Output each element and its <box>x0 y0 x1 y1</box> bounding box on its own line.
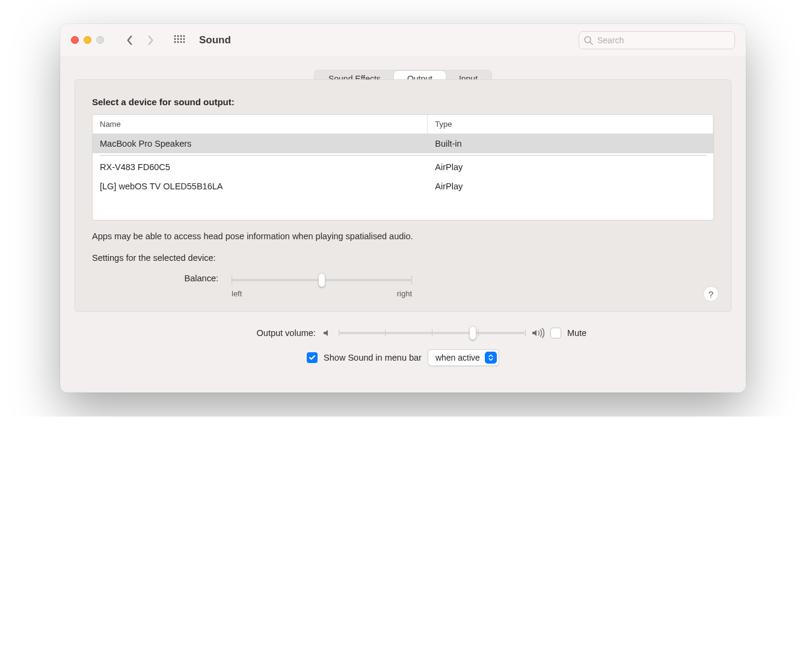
device-settings-label: Settings for the selected device: <box>92 253 714 263</box>
slider-thumb[interactable] <box>318 273 325 287</box>
output-volume-label: Output volume: <box>220 328 316 338</box>
svg-point-2 <box>180 35 182 37</box>
column-type[interactable]: Type <box>428 115 713 133</box>
help-button[interactable]: ? <box>703 286 719 302</box>
column-name[interactable]: Name <box>93 115 428 133</box>
window-controls <box>71 36 104 44</box>
nav-buttons <box>121 31 159 49</box>
search-field[interactable] <box>579 31 735 49</box>
spatial-audio-note: Apps may be able to access head pose inf… <box>92 231 714 241</box>
output-volume-row: Output volume: Mute <box>91 326 715 340</box>
device-row[interactable]: RX-V483 FD60C5 AirPlay <box>93 157 713 177</box>
mute-label: Mute <box>567 328 586 338</box>
svg-point-1 <box>177 35 179 37</box>
mute-checkbox[interactable] <box>550 328 561 338</box>
close-window-button[interactable] <box>71 36 79 44</box>
device-table-header: Name Type <box>93 115 713 134</box>
chevron-left-icon <box>126 35 134 46</box>
svg-point-3 <box>183 35 185 37</box>
device-table-body: MacBook Pro Speakers Built-in RX-V483 FD… <box>93 134 713 220</box>
device-type: AirPlay <box>428 177 713 196</box>
slider-tick <box>478 329 479 337</box>
balance-right-label: right <box>397 289 412 298</box>
volume-low-icon <box>322 328 333 338</box>
slider-tick <box>339 329 339 337</box>
slider-thumb[interactable] <box>469 326 476 340</box>
slider-tick <box>432 329 432 337</box>
back-button[interactable] <box>121 31 139 49</box>
chevron-right-icon <box>146 35 155 46</box>
svg-point-7 <box>183 38 185 40</box>
show-all-button[interactable] <box>170 31 188 49</box>
balance-legend: left right <box>232 289 412 298</box>
balance-left-label: left <box>232 289 242 298</box>
device-name: RX-V483 FD60C5 <box>93 157 428 177</box>
balance-row: Balance: left right <box>92 273 714 298</box>
pane-title: Sound <box>199 34 231 46</box>
grid-icon <box>174 35 185 46</box>
show-in-menu-label: Show Sound in menu bar <box>324 353 422 362</box>
svg-point-5 <box>177 38 179 40</box>
balance-label: Balance: <box>176 273 218 283</box>
footer: Output volume: Mute <box>75 312 731 366</box>
divider <box>100 155 706 156</box>
device-row[interactable]: [LG] webOS TV OLED55B16LA AirPlay <box>93 177 713 196</box>
output-panel: Select a device for sound output: Name T… <box>75 79 731 312</box>
forward-button[interactable] <box>141 31 159 49</box>
device-row[interactable]: MacBook Pro Speakers Built-in <box>93 134 713 153</box>
slider-tick <box>525 329 526 337</box>
svg-point-8 <box>174 41 176 43</box>
svg-point-0 <box>174 35 176 37</box>
device-name: MacBook Pro Speakers <box>93 134 428 153</box>
menu-mode-select[interactable]: when active <box>428 349 499 366</box>
slider-tick <box>385 329 386 337</box>
menu-mode-value: when active <box>435 353 480 362</box>
svg-point-4 <box>174 38 176 40</box>
content-area: Sound Effects Output Input Select a devi… <box>60 57 746 393</box>
minimize-window-button[interactable] <box>84 36 91 44</box>
zoom-window-button[interactable] <box>96 36 104 44</box>
output-heading: Select a device for sound output: <box>92 97 714 107</box>
show-in-menu-row: Show Sound in menu bar when active <box>91 349 715 366</box>
device-table: Name Type MacBook Pro Speakers Built-in … <box>92 114 714 221</box>
balance-slider[interactable] <box>232 273 412 287</box>
svg-point-9 <box>177 41 179 43</box>
device-name: [LG] webOS TV OLED55B16LA <box>93 177 428 196</box>
svg-point-6 <box>180 38 182 40</box>
sound-prefs-window: Sound Sound Effects Output Input Select … <box>60 24 746 393</box>
volume-high-icon <box>531 328 544 338</box>
search-icon <box>583 35 593 45</box>
device-type: Built-in <box>428 134 713 153</box>
check-icon <box>309 354 316 361</box>
device-type: AirPlay <box>428 157 713 177</box>
search-input[interactable] <box>579 31 735 49</box>
titlebar: Sound <box>60 24 746 57</box>
show-in-menu-checkbox[interactable] <box>307 352 318 363</box>
svg-point-11 <box>183 41 185 43</box>
output-volume-slider[interactable] <box>339 326 525 340</box>
select-stepper-icon <box>485 352 497 364</box>
svg-point-10 <box>180 41 182 43</box>
